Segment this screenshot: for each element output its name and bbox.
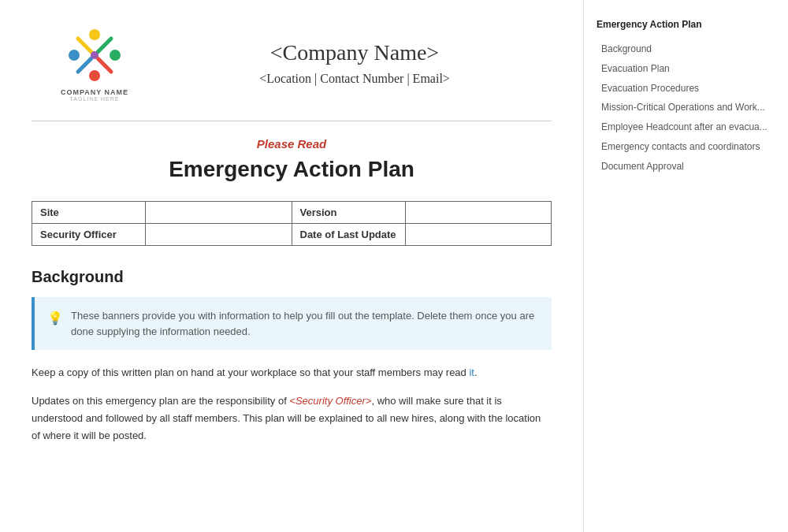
body-para-2: Updates on this emergency plan are the r… [32, 392, 552, 445]
table-cell-officer-label: Security Officer [32, 224, 146, 246]
sidebar-item-emergency-contacts[interactable]: Emergency contacts and coordinators [597, 137, 775, 157]
table-cell-officer-value[interactable] [146, 224, 292, 246]
background-section-title: Background [32, 268, 552, 286]
please-read-label: Please Read [32, 137, 552, 151]
logo-area: COMPANY NAME TAGLINE HERE [32, 24, 158, 102]
sidebar-item-background[interactable]: Background [597, 39, 775, 59]
sidebar-item-mission-critical[interactable]: Mission-Critical Operations and Work... [597, 98, 775, 117]
document-title: Emergency Action Plan [32, 157, 552, 182]
table-cell-version-value[interactable] [405, 202, 551, 224]
company-subtitle: <Location | Contact Number | Email> [158, 72, 552, 86]
svg-line-7 [98, 58, 111, 72]
banner-text: These banners provide you with informati… [71, 308, 539, 339]
table-cell-site-value[interactable] [146, 202, 292, 224]
company-info: <Company Name> <Location | Contact Numbe… [158, 40, 552, 86]
sidebar-item-evacuation-procedures[interactable]: Evacuation Procedures [597, 79, 775, 99]
body-para-1: Keep a copy of this written plan on hand… [32, 364, 552, 381]
company-logo [63, 24, 126, 87]
company-title: <Company Name> [158, 40, 552, 65]
officer-reference: <Security Officer> [289, 395, 371, 407]
para1-suffix: . [474, 366, 478, 378]
logo-tagline: TAGLINE HERE [70, 96, 120, 102]
header-area: COMPANY NAME TAGLINE HERE <Company Name>… [32, 24, 552, 102]
toc-title: Emergency Action Plan [597, 19, 775, 30]
para1-prefix: Keep a copy of this written plan on hand… [32, 366, 469, 378]
header-divider [32, 121, 552, 121]
table-cell-date-label: Date of Last Update [292, 224, 405, 246]
main-content: COMPANY NAME TAGLINE HERE <Company Name>… [0, 0, 583, 532]
svg-point-3 [89, 70, 100, 81]
logo-company-name: COMPANY NAME [61, 88, 128, 96]
svg-point-1 [69, 50, 80, 61]
sidebar: Emergency Action Plan Background Evacuat… [583, 0, 788, 532]
svg-line-4 [78, 39, 91, 52]
table-cell-date-value[interactable] [405, 224, 551, 246]
sidebar-item-evacuation-plan[interactable]: Evacuation Plan [597, 59, 775, 79]
info-banner: 💡 These banners provide you with informa… [32, 297, 552, 350]
svg-point-0 [89, 29, 100, 40]
bulb-icon: 💡 [47, 309, 63, 328]
sidebar-item-document-approval[interactable]: Document Approval [597, 157, 775, 177]
table-cell-site-label: Site [32, 202, 146, 224]
table-cell-version-label: Version [292, 202, 405, 224]
sidebar-item-headcount[interactable]: Employee Headcount after an evacua... [597, 117, 775, 137]
svg-line-6 [78, 58, 91, 72]
info-table: Site Version Security Officer Date of La… [32, 201, 552, 246]
svg-point-2 [110, 50, 121, 61]
para2-prefix: Updates on this emergency plan are the r… [32, 395, 289, 407]
svg-line-5 [98, 39, 111, 52]
svg-point-8 [91, 51, 98, 59]
